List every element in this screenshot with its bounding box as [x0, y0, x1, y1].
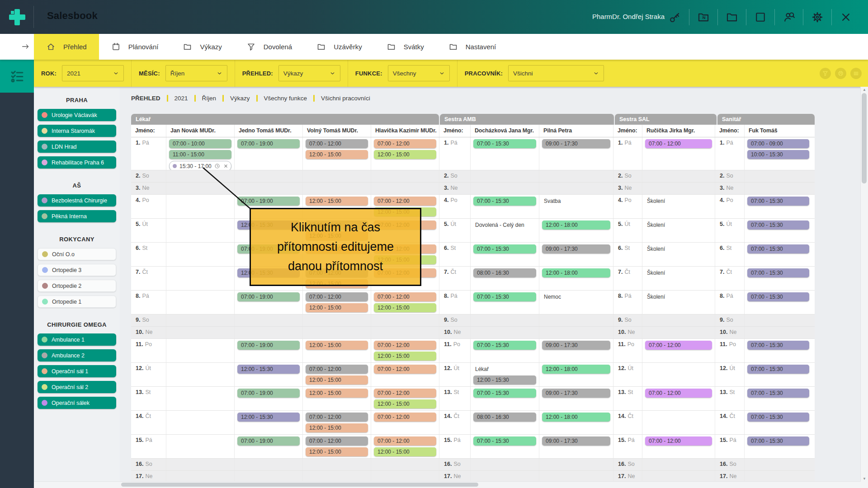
tab-dovolena[interactable]: Dovolená [234, 34, 304, 60]
folder-n-icon[interactable]: N [697, 10, 710, 24]
folder-icon[interactable] [725, 10, 739, 24]
shift-pill[interactable]: 07:00 - 15:30 [473, 341, 536, 350]
shift-pill[interactable]: 09:00 - 17:30 [542, 341, 610, 350]
shift-pill[interactable]: 12:00 - 15:00 [306, 423, 368, 432]
shift-pill[interactable]: 12:00 - 15:30 [237, 365, 300, 374]
tab-prehled[interactable]: Přehled [34, 34, 99, 60]
tab-planovani[interactable]: Plánování [99, 34, 171, 60]
shift-pill[interactable]: 08:00 - 16:30 [473, 268, 536, 277]
shift-pill[interactable]: 12:00 - 15:30 [473, 375, 536, 385]
shift-pill[interactable]: 07:00 - 15:30 [747, 365, 809, 374]
shift-pill[interactable]: 12:00 - 18:00 [542, 365, 610, 374]
vertical-scroll-thumb[interactable] [862, 93, 867, 183]
shift-pill[interactable]: 09:00 - 17:30 [542, 244, 610, 253]
shift-pill[interactable]: 12:00 - 15:00 [374, 303, 436, 312]
scroll-up-icon[interactable]: ▲ [863, 88, 866, 92]
scroll-down-icon[interactable]: ▼ [863, 477, 866, 481]
square-icon[interactable] [754, 10, 767, 24]
shift-pill[interactable]: 12:00 - 15:00 [306, 375, 368, 385]
clock-icon[interactable] [214, 163, 220, 169]
workplace-pill[interactable]: Interna Staromák [38, 125, 116, 137]
shift-pill[interactable]: 07:00 - 15:30 [747, 221, 809, 230]
workplace-pill[interactable]: Rehabilitace Praha 6 [38, 156, 116, 169]
shift-pill[interactable]: 07:00 - 12:00 [374, 365, 436, 374]
filter-select-přehled[interactable]: Výkazy [278, 65, 340, 81]
shift-pill[interactable]: 07:00 - 15:30 [473, 139, 536, 148]
shift-pill[interactable]: 11:00 - 15:00 [169, 150, 231, 159]
shift-pill[interactable]: 07:00 - 12:00 [306, 139, 368, 148]
shift-pill[interactable]: 07:00 - 15:30 [747, 197, 809, 206]
workplace-pill[interactable]: Ortopedie 1 [38, 296, 116, 308]
filter-select-měsíc[interactable]: Říjen [165, 65, 227, 81]
shift-pill[interactable]: 09:00 - 17:30 [542, 389, 610, 398]
workplace-pill[interactable]: Ambulance 1 [38, 333, 116, 346]
shift-pill[interactable]: 07:00 - 19:00 [237, 341, 300, 350]
shift-pill[interactable]: 07:00 - 19:00 [237, 197, 300, 206]
shift-pill[interactable]: 07:00 - 15:30 [473, 436, 536, 446]
shift-pill[interactable]: 12:00 - 15:00 [306, 150, 368, 159]
shift-pill[interactable]: 07:00 - 12:00 [645, 139, 712, 148]
shift-pill[interactable]: 07:00 - 19:00 [237, 389, 300, 398]
shift-pill[interactable]: 12:00 - 15:00 [374, 447, 436, 456]
shift-pill[interactable]: 07:00 - 15:30 [473, 244, 536, 253]
shift-pill[interactable]: 07:00 - 15:30 [473, 292, 536, 301]
vertical-scrollbar[interactable]: ▲ ▼ [860, 87, 868, 488]
horizontal-scroll-thumb[interactable] [121, 483, 478, 487]
shift-pill-editing[interactable]: 15:30 - 17:00 [169, 161, 231, 170]
filter-select-funkce[interactable]: Všechny [388, 65, 450, 81]
shift-pill[interactable]: 07:00 - 19:00 [237, 436, 300, 446]
shift-pill[interactable]: 07:00 - 15:30 [473, 197, 536, 206]
shift-pill[interactable]: 07:00 - 12:00 [374, 292, 436, 301]
shift-pill[interactable]: 07:00 - 12:00 [374, 436, 436, 446]
filter-select-rok[interactable]: 2021 [62, 65, 124, 81]
sidebar-toggle-button[interactable] [0, 60, 34, 93]
shift-pill[interactable]: 07:00 - 12:00 [374, 341, 436, 350]
shift-pill[interactable]: 12:00 - 15:00 [374, 399, 436, 408]
shift-pill[interactable]: 07:00 - 12:00 [306, 436, 368, 446]
arrow-right-icon[interactable] [21, 42, 31, 52]
shift-pill[interactable]: 07:00 - 12:00 [374, 413, 436, 422]
shift-pill[interactable]: 07:00 - 12:00 [645, 389, 712, 398]
print-button[interactable] [835, 68, 846, 79]
shift-pill[interactable]: 12:00 - 18:00 [542, 268, 610, 277]
shift-pill[interactable]: 12:00 - 15:00 [306, 341, 368, 350]
shift-pill[interactable]: 07:00 - 15:30 [747, 268, 809, 277]
close-icon[interactable] [839, 10, 853, 24]
shift-pill[interactable]: 07:00 - 15:30 [747, 341, 809, 350]
shift-pill[interactable]: 07:00 - 19:00 [237, 292, 300, 301]
shift-pill[interactable]: 07:00 - 15:30 [747, 413, 809, 422]
shift-pill[interactable]: 09:00 - 17:30 [542, 436, 610, 446]
shift-pill[interactable]: 08:00 - 16:30 [473, 413, 536, 422]
shift-pill[interactable]: 07:00 - 09:00 [747, 139, 809, 148]
key-icon[interactable] [668, 10, 682, 24]
shift-pill[interactable]: 07:00 - 12:00 [645, 436, 712, 446]
shift-pill[interactable]: 07:00 - 12:00 [306, 365, 368, 374]
remove-shift-icon[interactable] [223, 163, 229, 169]
shift-pill[interactable]: 12:00 - 15:00 [306, 303, 368, 312]
workplace-pill[interactable]: Urologie Václavák [38, 109, 116, 121]
workplace-pill[interactable]: Operační sál 2 [38, 381, 116, 393]
shift-pill[interactable]: 07:00 - 12:00 [645, 341, 712, 350]
shift-pill[interactable]: 12:00 - 15:00 [306, 197, 368, 206]
user-search-icon[interactable] [782, 10, 796, 24]
filter-select-pracovník[interactable]: Všichni [508, 65, 604, 81]
shift-pill[interactable]: 12:00 - 15:30 [237, 413, 300, 422]
gear-icon[interactable] [811, 10, 824, 24]
shift-pill[interactable]: 07:00 - 12:00 [374, 139, 436, 148]
workplace-pill[interactable]: Ambulance 2 [38, 349, 116, 361]
workplace-pill[interactable]: LDN Hrad [38, 141, 116, 153]
shift-pill[interactable]: 12:00 - 15:00 [306, 447, 368, 456]
shift-pill[interactable]: 07:00 - 12:00 [374, 197, 436, 206]
horizontal-scrollbar[interactable] [34, 481, 861, 488]
shift-pill[interactable]: 07:00 - 15:30 [473, 389, 536, 398]
workplace-pill[interactable]: Bezbolestná Chirurgie [38, 194, 116, 206]
shift-pill[interactable]: 12:00 - 15:00 [374, 150, 436, 159]
tab-svatky[interactable]: Svátky [374, 34, 436, 60]
tab-nastaveni[interactable]: Nastavení [436, 34, 509, 60]
workplace-pill[interactable]: Oční O.o [38, 248, 116, 260]
shift-pill[interactable]: 10:00 - 15:30 [747, 150, 809, 159]
shift-pill[interactable]: 12:00 - 18:00 [542, 221, 610, 230]
workplace-pill[interactable]: Ortopedie 2 [38, 280, 116, 292]
shift-pill[interactable]: 12:00 - 15:00 [374, 352, 436, 361]
shift-pill[interactable]: 09:00 - 17:30 [542, 139, 610, 148]
